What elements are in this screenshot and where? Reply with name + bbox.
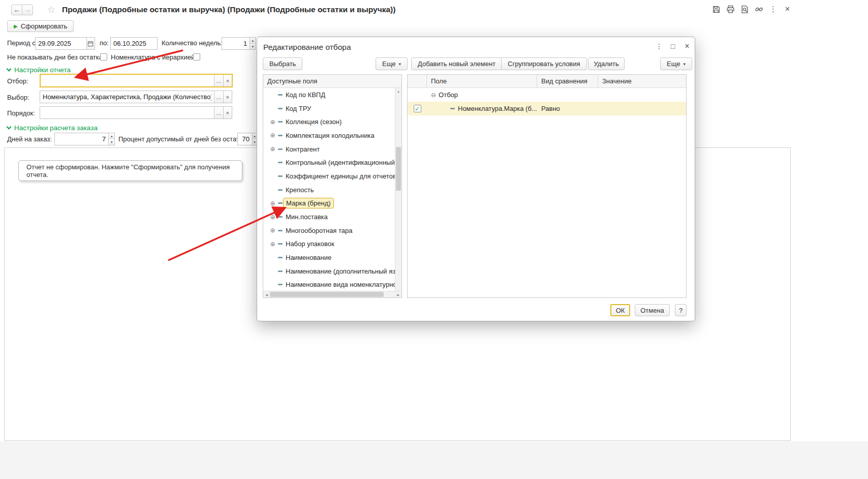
tree-item[interactable]: Наименование (дополнительный яз	[263, 264, 401, 278]
tree-item-label: Контрольный (идентификационный)	[286, 159, 397, 166]
period-from-input[interactable]	[36, 38, 86, 49]
tree-item[interactable]: Наименование вида номенклатурнс	[263, 278, 401, 292]
days-input[interactable]	[55, 133, 108, 145]
scrollbar-thumb[interactable]	[270, 292, 384, 297]
condition-checkbox[interactable]: ✓	[414, 105, 421, 112]
weeks-label: Количество недель:	[162, 39, 223, 47]
expand-icon[interactable]: ⊕	[269, 214, 276, 221]
report-settings-section[interactable]: Настройки отчета	[7, 66, 71, 74]
dialog-close-button[interactable]: ×	[683, 42, 692, 51]
calendar-icon	[87, 41, 94, 47]
print-button[interactable]	[726, 4, 735, 14]
tree-item[interactable]: ⊕Многооборотная тара	[263, 224, 401, 237]
expand-icon[interactable]: ⊕	[269, 145, 276, 153]
conditions-table-header: Поле Вид сравнения Значение	[408, 75, 686, 88]
tree-item-label: Код по КВПД	[286, 91, 325, 99]
save-button[interactable]	[711, 4, 721, 14]
expand-icon[interactable]: ⊕	[269, 200, 276, 207]
field-icon	[278, 189, 283, 191]
select-button[interactable]: Выбрать	[263, 57, 302, 70]
tree-item-label: Наименование	[286, 254, 331, 261]
more-right-button[interactable]: Еще ▾	[660, 57, 692, 70]
vertical-scrollbar[interactable]: ▲ ▼	[395, 88, 401, 292]
tree-item-label: Мин.поставка	[286, 213, 328, 221]
scroll-right-icon[interactable]: ▶	[395, 291, 401, 298]
play-icon: ▶	[14, 23, 18, 29]
expand-icon[interactable]: ⊕	[269, 118, 276, 126]
hierarchy-checkbox[interactable]	[193, 53, 200, 61]
condition-row[interactable]: ✓ Номенклатура.Марка (б... Равно	[408, 102, 686, 115]
forward-button[interactable]: →	[22, 5, 33, 15]
tree-item-label: Коллекция (сезон)	[286, 118, 342, 126]
expand-icon[interactable]: ⊕	[269, 241, 276, 248]
tree-item[interactable]: ⊕Комплектация холодильника	[263, 129, 401, 142]
order-clear-button[interactable]: ×	[223, 107, 232, 118]
weeks-spinner[interactable]: ▲▼	[250, 38, 255, 49]
dialog-maximize-button[interactable]: □	[668, 42, 677, 51]
period-to-input[interactable]	[111, 38, 157, 49]
percent-input[interactable]	[238, 133, 252, 145]
selection-clear-button[interactable]: ×	[223, 75, 232, 86]
scroll-left-icon[interactable]: ◀	[263, 291, 270, 298]
tree-item[interactable]: ⊕Набор упаковок	[263, 237, 401, 251]
print-icon	[726, 5, 735, 14]
tree-item[interactable]: Наименование	[263, 251, 401, 264]
collapse-icon[interactable]: ⊖	[431, 92, 436, 99]
order-input[interactable]	[40, 107, 214, 118]
scroll-up-icon[interactable]: ▲	[395, 88, 401, 95]
tree-item[interactable]: Код по КВПД	[263, 88, 401, 102]
selection-more-button[interactable]: …	[214, 75, 223, 86]
horizontal-scrollbar[interactable]: ◀ ▶	[263, 291, 401, 297]
delete-button[interactable]: Удалить	[588, 57, 625, 70]
field-icon	[278, 94, 283, 96]
condition-comparison[interactable]: Равно	[537, 105, 598, 112]
group-conditions-button[interactable]: Сгруппировать условия	[501, 57, 587, 70]
calendar-button[interactable]	[86, 38, 95, 49]
calc-settings-section[interactable]: Настройки расчета заказа	[7, 124, 98, 132]
days-spinner[interactable]: ▲▼	[108, 133, 114, 145]
add-element-button[interactable]: Добавить новый элемент	[411, 57, 502, 70]
ok-button[interactable]: ОК	[610, 304, 630, 316]
weeks-input[interactable]	[222, 38, 250, 49]
tree-item[interactable]: ⊕Коллекция (сезон)	[263, 115, 401, 129]
tree-item-label: Марка (бренд)	[283, 198, 334, 208]
tree-item[interactable]: Контрольный (идентификационный)	[263, 156, 401, 169]
help-button[interactable]: ?	[675, 304, 687, 316]
tree-item[interactable]: ⊕Мин.поставка	[263, 210, 401, 224]
root-label: Отбор	[439, 91, 458, 99]
choice-more-button[interactable]: …	[214, 91, 223, 103]
generate-button[interactable]: ▶ Сформировать	[7, 20, 74, 32]
favorite-star-icon[interactable]: ☆	[47, 4, 55, 15]
more-menu-button[interactable]: ⋮	[768, 4, 778, 14]
print-preview-button[interactable]	[740, 4, 750, 14]
tree-item[interactable]: Крепость	[263, 183, 401, 197]
choice-clear-button[interactable]: ×	[223, 91, 232, 103]
more-left-button[interactable]: Еще ▾	[376, 57, 408, 70]
tree-item-marka-brand[interactable]: ⊕Марка (бренд)	[263, 197, 401, 211]
spin-down-icon: ▼	[253, 139, 257, 145]
get-link-button[interactable]	[754, 4, 764, 14]
choice-input[interactable]	[40, 91, 214, 103]
selection-input[interactable]	[41, 75, 214, 86]
order-more-button[interactable]: …	[214, 107, 223, 118]
window-toolbar: ⋮ ×	[711, 4, 793, 14]
expand-icon[interactable]: ⊕	[269, 132, 276, 139]
tree-item[interactable]: Код ТРУ	[263, 102, 401, 115]
field-icon	[278, 148, 283, 150]
expand-icon[interactable]: ⊕	[269, 227, 276, 234]
close-window-button[interactable]: ×	[783, 4, 792, 14]
back-button[interactable]: ←	[11, 5, 22, 15]
conditions-root-row[interactable]: ⊖ Отбор	[408, 88, 686, 102]
cancel-button[interactable]: Отмена	[635, 304, 670, 316]
tree-item[interactable]: ⊕Контрагент	[263, 142, 401, 156]
spin-up-icon: ▲	[250, 38, 255, 44]
field-icon	[278, 202, 283, 204]
dialog-more-button[interactable]: ⋮	[655, 42, 664, 51]
close-icon: ×	[685, 42, 689, 51]
field-icon	[450, 108, 455, 109]
tree-item[interactable]: Коэффициент единицы для отчетов	[263, 169, 401, 183]
scrollbar-thumb[interactable]	[396, 147, 401, 191]
save-icon	[712, 5, 721, 14]
hide-days-checkbox[interactable]	[100, 53, 107, 61]
percent-spinner[interactable]: ▲▼	[252, 133, 257, 145]
